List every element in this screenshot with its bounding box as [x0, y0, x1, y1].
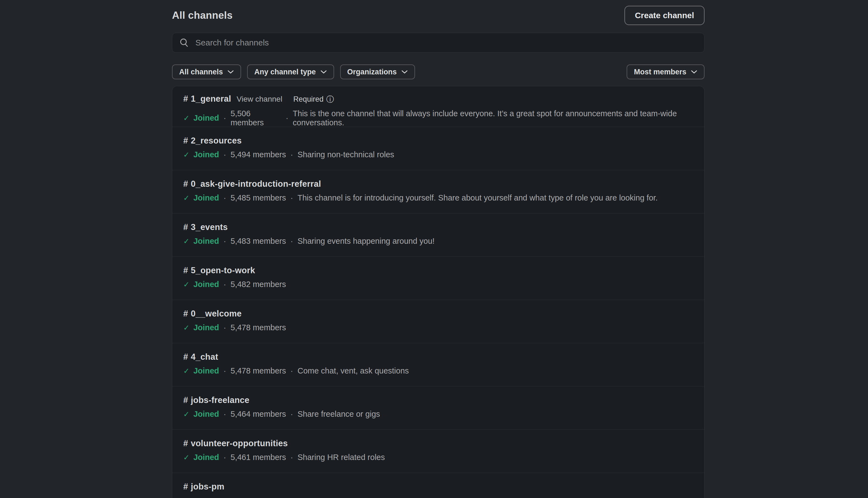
search-icon — [179, 38, 189, 48]
filter-channel-type[interactable]: Any channel type — [247, 64, 334, 79]
channel-row-title-line: # jobs-freelance — [183, 395, 693, 405]
channel-row-title-line: # 4_chat — [183, 352, 693, 362]
channel-list: # 1_general View channel Required ⓘ ✓ Jo… — [172, 86, 705, 498]
channel-row-title-line: # 0_ask-give-introduction-referral — [183, 179, 693, 189]
joined-status: Joined — [193, 193, 219, 202]
filter-organizations[interactable]: Organizations — [340, 64, 415, 79]
member-count: 5,461 members — [231, 453, 286, 462]
channel-row[interactable]: # 2_resources ✓ Joined · 5,494 members ·… — [172, 127, 704, 170]
filter-label: All channels — [179, 68, 223, 76]
hash-icon: # — [183, 222, 188, 232]
channel-row-meta-line: ✓ Joined · 5,494 members · Sharing non-t… — [183, 150, 693, 159]
channel-row[interactable]: # jobs-freelance ✓ Joined · 5,464 member… — [172, 386, 704, 430]
joined-status: Joined — [193, 453, 219, 462]
member-count: 5,485 members — [231, 193, 286, 202]
channel-row[interactable]: # 0_ask-give-introduction-referral ✓ Joi… — [172, 170, 704, 213]
channel-row[interactable]: # 1_general View channel Required ⓘ ✓ Jo… — [172, 86, 704, 127]
hash-icon: # — [183, 352, 188, 362]
check-icon: ✓ — [183, 453, 190, 462]
dot-separator: · — [223, 237, 226, 246]
channel-row[interactable]: # 4_chat ✓ Joined · 5,478 members · Come… — [172, 343, 704, 386]
sort-most-members[interactable]: Most members — [627, 64, 705, 79]
channel-description: Sharing events happening around you! — [298, 237, 435, 246]
chevron-down-icon — [320, 70, 327, 74]
channel-row[interactable]: # 0__welcome ✓ Joined · 5,478 members — [172, 300, 704, 343]
channel-name[interactable]: jobs-freelance — [191, 395, 249, 405]
channel-row-meta-line: ✓ Joined · 5,506 members · This is the o… — [183, 109, 693, 127]
check-icon: ✓ — [183, 237, 190, 246]
channel-name[interactable]: 5_open-to-work — [191, 265, 255, 275]
search-bar[interactable] — [172, 33, 705, 53]
dot-separator: · — [223, 323, 226, 332]
filter-all-channels[interactable]: All channels — [172, 64, 241, 79]
channel-row-meta-line: ✓ Joined · 5,464 members · Share freelan… — [183, 409, 693, 419]
channel-name[interactable]: 2_resources — [191, 136, 242, 146]
channel-row[interactable]: # volunteer-opportunities ✓ Joined · 5,4… — [172, 430, 704, 473]
channel-row-meta-line: ✓ Joined · 5,483 members · Sharing event… — [183, 237, 693, 246]
check-icon: ✓ — [183, 410, 190, 419]
dot-separator: · — [223, 366, 226, 376]
check-icon: ✓ — [183, 280, 190, 289]
member-count: 5,482 members — [231, 280, 286, 289]
channel-description: Sharing non-technical roles — [298, 150, 394, 159]
sort-label: Most members — [634, 68, 686, 76]
dot-separator: · — [223, 409, 226, 419]
search-input[interactable] — [195, 38, 698, 48]
dot-separator: · — [290, 366, 293, 376]
hash-icon: # — [183, 94, 188, 104]
channel-description: This is the one channel that will always… — [293, 109, 693, 127]
channel-row-meta-line: ✓ Joined · 5,482 members — [183, 280, 693, 289]
hash-icon: # — [183, 438, 188, 448]
joined-status: Joined — [193, 114, 219, 122]
create-channel-button[interactable]: Create channel — [624, 6, 705, 25]
member-count: 5,483 members — [231, 237, 286, 246]
dot-separator: · — [223, 150, 226, 159]
joined-status: Joined — [193, 409, 219, 419]
joined-status: Joined — [193, 150, 219, 159]
dot-separator: · — [290, 237, 293, 246]
channel-name[interactable]: 1_general — [191, 94, 231, 104]
channel-name[interactable]: volunteer-opportunities — [191, 438, 288, 448]
joined-status: Joined — [193, 323, 219, 332]
info-icon[interactable]: ⓘ — [326, 94, 334, 105]
channel-name[interactable]: 0__welcome — [191, 309, 242, 319]
required-label: Required — [293, 95, 324, 104]
check-icon: ✓ — [183, 150, 190, 159]
channel-row-meta-line: ✓ Joined · 5,485 members · This channel … — [183, 193, 693, 202]
chevron-down-icon — [691, 70, 697, 74]
channel-row[interactable]: # jobs-pm — [172, 473, 704, 498]
member-count: 5,506 members — [231, 109, 281, 127]
check-icon: ✓ — [183, 323, 190, 332]
channel-row-title-line: # jobs-pm — [183, 482, 693, 492]
check-icon: ✓ — [183, 114, 190, 122]
channel-row[interactable]: # 3_events ✓ Joined · 5,483 members · Sh… — [172, 213, 704, 257]
joined-status: Joined — [193, 280, 219, 289]
view-channel-link[interactable]: View channel — [237, 95, 282, 104]
channel-row-meta-line: ✓ Joined · 5,461 members · Sharing HR re… — [183, 453, 693, 462]
dot-separator: · — [290, 453, 293, 462]
channel-row-meta-line: ✓ Joined · 5,478 members · Come chat, ve… — [183, 366, 693, 376]
dot-separator: · — [290, 150, 293, 159]
filter-group: All channels Any channel type Organizati… — [172, 64, 415, 79]
hash-icon: # — [183, 395, 188, 405]
channel-row-title-line: # 0__welcome — [183, 309, 693, 319]
dot-separator: · — [223, 453, 226, 462]
page-title: All channels — [172, 10, 233, 21]
hash-icon: # — [183, 136, 188, 146]
hash-icon: # — [183, 265, 188, 275]
channel-description: Sharing HR related roles — [298, 453, 385, 462]
channel-row[interactable]: # 5_open-to-work ✓ Joined · 5,482 member… — [172, 257, 704, 300]
member-count: 5,494 members — [231, 150, 286, 159]
chevron-down-icon — [401, 70, 408, 74]
channel-name[interactable]: 3_events — [191, 222, 228, 232]
channel-name[interactable]: 0_ask-give-introduction-referral — [191, 179, 321, 189]
filter-label: Organizations — [347, 68, 397, 76]
channel-row-title-line: # 2_resources — [183, 136, 693, 146]
channel-name[interactable]: 4_chat — [191, 352, 218, 362]
channel-description: This channel is for introducing yourself… — [298, 193, 658, 202]
check-icon: ✓ — [183, 194, 190, 202]
required-badge: Required ⓘ — [293, 94, 334, 105]
channel-name[interactable]: jobs-pm — [191, 482, 224, 492]
hash-icon: # — [183, 179, 188, 189]
hash-icon: # — [183, 309, 188, 319]
